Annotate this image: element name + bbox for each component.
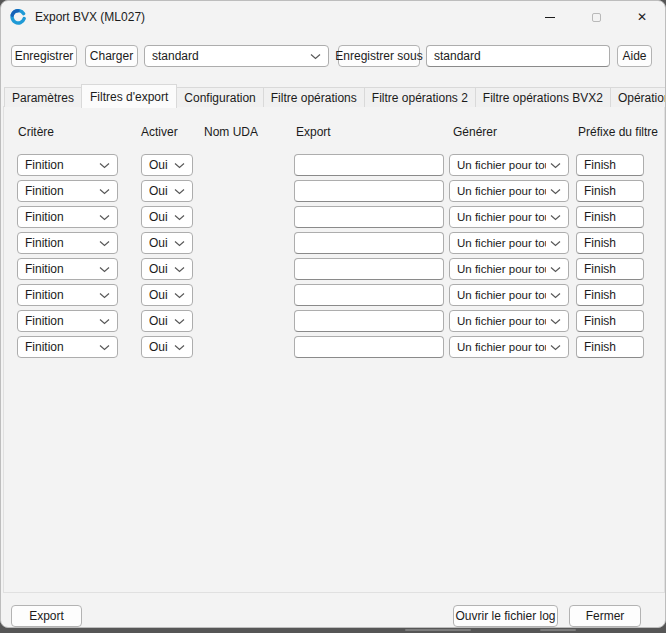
table-row: Finition Oui Un fichier pour toute <box>1 334 665 360</box>
critere-select[interactable]: Finition <box>17 232 118 254</box>
chevron-down-icon <box>550 188 561 195</box>
tab-parametres[interactable]: Paramètres <box>4 87 82 107</box>
generer-select[interactable]: Un fichier pour toute <box>449 232 569 254</box>
export-input[interactable] <box>294 232 444 254</box>
close-icon: ✕ <box>637 11 647 23</box>
prefixe-filtre-input[interactable] <box>576 258 644 280</box>
chevron-down-icon <box>550 344 561 351</box>
activer-select[interactable]: Oui <box>141 206 193 228</box>
chevron-down-icon <box>550 162 561 169</box>
chevron-down-icon <box>174 162 185 169</box>
chevron-down-icon <box>550 214 561 221</box>
chevron-down-icon <box>99 162 110 169</box>
chevron-down-icon <box>550 292 561 299</box>
export-button[interactable]: Export <box>11 605 82 627</box>
preset-name-input[interactable] <box>426 45 610 67</box>
column-header-critere: Critère <box>18 125 54 139</box>
preset-combobox-value: standard <box>152 49 199 63</box>
export-bvx-dialog: Export BVX (ML027) ✕ Enregistrer Charger… <box>0 0 666 628</box>
critere-select-value: Finition <box>25 340 64 354</box>
critere-select-value: Finition <box>25 236 64 250</box>
chevron-down-icon <box>99 266 110 273</box>
export-input[interactable] <box>294 180 444 202</box>
generer-select[interactable]: Un fichier pour toute <box>449 336 569 358</box>
activer-select-value: Oui <box>149 184 168 198</box>
generer-select[interactable]: Un fichier pour toute <box>449 310 569 332</box>
open-log-button[interactable]: Ouvrir le fichier log <box>453 605 558 627</box>
export-input[interactable] <box>294 284 444 306</box>
critere-select[interactable]: Finition <box>17 206 118 228</box>
generer-select-value: Un fichier pour toute <box>457 159 546 171</box>
chevron-down-icon <box>99 292 110 299</box>
table-row: Finition Oui Un fichier pour toute <box>1 178 665 204</box>
prefixe-filtre-input[interactable] <box>576 336 644 358</box>
critere-select[interactable]: Finition <box>17 284 118 306</box>
tab-filtre-operations-bvx2[interactable]: Filtre opérations BVX2 <box>475 87 611 107</box>
background-artifact <box>540 629 576 631</box>
generer-select-value: Un fichier pour toute <box>457 341 546 353</box>
tab-filtre-operations-2[interactable]: Filtre opérations 2 <box>364 87 476 107</box>
generer-select[interactable]: Un fichier pour toute <box>449 284 569 306</box>
export-input[interactable] <box>294 154 444 176</box>
activer-select[interactable]: Oui <box>141 310 193 332</box>
generer-select[interactable]: Un fichier pour toute <box>449 180 569 202</box>
prefixe-filtre-input[interactable] <box>576 310 644 332</box>
activer-select[interactable]: Oui <box>141 336 193 358</box>
activer-select-value: Oui <box>149 158 168 172</box>
table-row: Finition Oui Un fichier pour toute <box>1 282 665 308</box>
help-button[interactable]: Aide <box>617 45 652 67</box>
export-input[interactable] <box>294 336 444 358</box>
prefixe-filtre-input[interactable] <box>576 180 644 202</box>
prefixe-filtre-input[interactable] <box>576 232 644 254</box>
prefixe-filtre-input[interactable] <box>576 154 644 176</box>
tab-filtres-export[interactable]: Filtres d'export <box>81 84 177 108</box>
save-as-button[interactable]: Enregistrer sous <box>338 45 420 67</box>
chevron-down-icon <box>99 188 110 195</box>
close-dialog-button[interactable]: Fermer <box>569 605 641 627</box>
chevron-down-icon <box>174 240 185 247</box>
save-button[interactable]: Enregistrer <box>11 45 77 67</box>
activer-select[interactable]: Oui <box>141 180 193 202</box>
generer-select[interactable]: Un fichier pour toute <box>449 154 569 176</box>
activer-select[interactable]: Oui <box>141 284 193 306</box>
critere-select[interactable]: Finition <box>17 258 118 280</box>
chevron-down-icon <box>174 266 185 273</box>
table-row: Finition Oui Un fichier pour toute <box>1 230 665 256</box>
maximize-button[interactable] <box>573 1 619 33</box>
export-input[interactable] <box>294 206 444 228</box>
chevron-down-icon <box>174 318 185 325</box>
chevron-down-icon <box>99 214 110 221</box>
app-icon <box>10 9 26 25</box>
table-row: Finition Oui Un fichier pour toute <box>1 152 665 178</box>
activer-select[interactable]: Oui <box>141 154 193 176</box>
critere-select[interactable]: Finition <box>17 310 118 332</box>
chevron-down-icon <box>99 240 110 247</box>
filter-rows: Finition Oui Un fichier pour toute <box>1 152 665 360</box>
tab-operations[interactable]: Opérations <box>610 87 666 107</box>
load-button[interactable]: Charger <box>85 45 138 67</box>
chevron-down-icon <box>550 240 561 247</box>
chevron-down-icon <box>310 53 321 60</box>
close-button[interactable]: ✕ <box>619 1 665 33</box>
critere-select[interactable]: Finition <box>17 336 118 358</box>
activer-select[interactable]: Oui <box>141 258 193 280</box>
chevron-down-icon <box>174 292 185 299</box>
export-input[interactable] <box>294 258 444 280</box>
tab-configuration[interactable]: Configuration <box>176 87 263 107</box>
generer-select[interactable]: Un fichier pour toute <box>449 258 569 280</box>
critere-select[interactable]: Finition <box>17 180 118 202</box>
generer-select-value: Un fichier pour toute <box>457 185 546 197</box>
critere-select[interactable]: Finition <box>17 154 118 176</box>
preset-combobox[interactable]: standard <box>144 45 329 67</box>
activer-select[interactable]: Oui <box>141 232 193 254</box>
minimize-button[interactable] <box>527 1 573 33</box>
generer-select-value: Un fichier pour toute <box>457 315 546 327</box>
prefixe-filtre-input[interactable] <box>576 284 644 306</box>
prefixe-filtre-input[interactable] <box>576 206 644 228</box>
window-title: Export BVX (ML027) <box>35 10 145 24</box>
column-header-activer: Activer <box>141 125 178 139</box>
generer-select[interactable]: Un fichier pour toute <box>449 206 569 228</box>
column-header-generer: Générer <box>453 125 497 139</box>
tab-filtre-operations[interactable]: Filtre opérations <box>263 87 365 107</box>
export-input[interactable] <box>294 310 444 332</box>
